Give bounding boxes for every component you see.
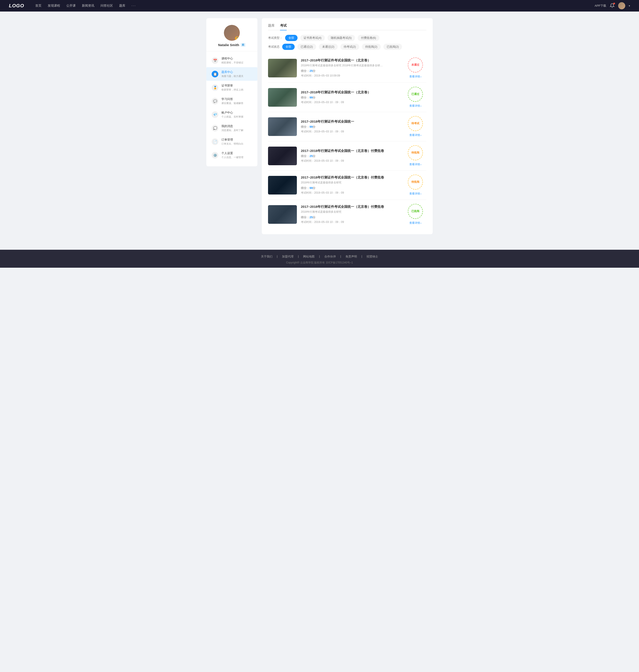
sidebar-item-study-qa[interactable]: 💬 学习问答 课后重温、疑难解答 <box>206 94 258 108</box>
exam-score: 得分：25分 <box>301 154 400 158</box>
status-badge: 已批阅 <box>408 204 423 219</box>
table-row: 2017–2018年行测证件考试全国统一（北京卷） 得分：99分 考试时间：20… <box>268 83 426 112</box>
content-area: 题库 考试 考试类型： 全部 证书类考试(4) 随机抽题考试(5) 付费批卷(6… <box>262 18 433 234</box>
exam-list: 2017–2018年行测证件考试全国统一（北京卷） 2018年行测考试是最值得多… <box>268 53 426 229</box>
exam-status-filter-passed[interactable]: 已通过(2) <box>297 44 316 50</box>
status-badge: 待批阅 <box>408 145 423 160</box>
sidebar-item-question-bank[interactable]: 📋 题库中心 海量习题，助力通关 <box>206 67 258 81</box>
nav-link-more[interactable]: ··· <box>131 4 136 8</box>
exam-status-filter-all[interactable]: 全部 <box>282 44 295 50</box>
sidebar: 🏅 Natalie Smith 图 📅 课程中心 精彩课程，不容错过 📋 题库中… <box>206 18 258 166</box>
exam-right: 已批阅 查看详情 › <box>404 204 426 225</box>
sidebar-item-messages[interactable]: 💭 我的消息 消息通知、及时了解 <box>206 121 258 135</box>
study-qa-icon: 💬 <box>212 98 218 105</box>
user-menu-chevron[interactable]: ▾ <box>629 4 630 7</box>
sidebar-username: Natalie Smith 图 <box>218 43 246 47</box>
exam-score: 得分：99分 <box>301 125 400 129</box>
exam-desc: 2018年行测考试是最值得多去研究 2018年行测考试是最值得多去研究 2018… <box>301 64 385 67</box>
table-row: 2017–2018年行测证件考试全国统一（北京卷）付费批卷 2018年行测考试是… <box>268 171 426 200</box>
exam-status-label: 考试状态 <box>268 45 280 49</box>
exam-score: 得分：25分 <box>301 215 400 219</box>
exam-title: 2017–2018年行测证件考试全国统一（北京卷） <box>301 90 400 95</box>
exam-time: 考试时间：2019–05–03 10:09:09 <box>301 74 400 78</box>
nav-link-qa[interactable]: 问答社区 <box>100 4 113 8</box>
exam-detail-link[interactable]: 查看详情 › <box>409 163 421 166</box>
exam-title: 2017–2018年行测证件考试全国统一 <box>301 119 400 124</box>
status-badge: 未通过 <box>408 58 423 73</box>
exam-detail-link[interactable]: 查看详情 › <box>409 75 421 79</box>
exam-thumbnail <box>268 117 297 136</box>
exam-type-filter-cert[interactable]: 证书类考试(4) <box>300 35 325 41</box>
footer-link-partner[interactable]: 合作伙伴 <box>324 255 336 259</box>
exam-type-filter-paid[interactable]: 付费批卷(6) <box>358 35 379 41</box>
nav-link-news[interactable]: 新闻资讯 <box>82 4 94 8</box>
nav-link-courses[interactable]: 发现课程 <box>48 4 60 8</box>
exam-score: 得分：99分 <box>301 96 400 100</box>
exam-right: 待批阅 查看详情 › <box>404 145 426 166</box>
exam-info: 2017–2018年行测证件考试全国统一（北京卷）付费批卷 2018年行测考试是… <box>301 175 400 195</box>
exam-detail-link[interactable]: 查看详情 › <box>409 133 421 137</box>
navbar: LOGO 首页 发现课程 公开课 新闻资讯 问答社区 题库 ··· APP下载 … <box>0 0 639 12</box>
exam-desc: 2018年行测考试是最值得多去研究 <box>301 210 385 214</box>
exam-detail-link[interactable]: 查看详情 › <box>409 104 421 108</box>
table-row: 2017–2018年行测证件考试全国统一 得分：99分 考试时间：2019–05… <box>268 112 426 141</box>
exam-status-filter-reviewed[interactable]: 已批阅(2) <box>384 44 402 50</box>
footer-link-about[interactable]: 关于我们 <box>261 255 272 259</box>
main-container: 🏅 Natalie Smith 图 📅 课程中心 精彩课程，不容错过 📋 题库中… <box>202 12 437 241</box>
exam-info: 2017–2018年行测证件考试全国统一（北京卷）付费批卷 2018年行测考试是… <box>301 205 400 224</box>
exam-time: 考试时间：2019–05–03 10：09：09 <box>301 100 400 104</box>
exam-type-filter-random[interactable]: 随机抽题考试(5) <box>327 35 355 41</box>
tab-question-bank[interactable]: 题库 <box>268 23 275 30</box>
course-icon: 📅 <box>212 57 218 64</box>
exam-thumbnail <box>268 205 297 224</box>
exam-info: 2017–2018年行测证件考试全国统一（北京卷）付费批卷 得分：25分 考试时… <box>301 149 400 163</box>
chevron-right-icon: › <box>420 75 421 78</box>
exam-status-filter-reviewing[interactable]: 待批阅(2) <box>362 44 381 50</box>
exam-time: 考试时间：2019–05–03 10：09：09 <box>301 159 400 163</box>
footer-link-jobs[interactable]: 招贤纳士 <box>367 255 378 259</box>
sidebar-item-settings[interactable]: ⚙️ 个人设置 个人信息、一键管理 <box>206 148 258 162</box>
content-tabs: 题库 考试 <box>268 23 426 30</box>
exam-type-filter-row: 考试类型： 全部 证书类考试(4) 随机抽题考试(5) 付费批卷(6) <box>268 35 426 41</box>
exam-detail-link[interactable]: 查看详情 › <box>409 192 421 196</box>
exam-score: 得分：99分 <box>301 186 400 190</box>
footer-link-agent[interactable]: 加盟代理 <box>282 255 294 259</box>
table-row: 2017–2018年行测证件考试全国统一（北京卷） 2018年行测考试是最值得多… <box>268 53 426 83</box>
table-row: 2017–2018年行测证件考试全国统一（北京卷）付费批卷 2018年行测考试是… <box>268 200 426 229</box>
logo[interactable]: LOGO <box>9 3 24 9</box>
sidebar-item-certificate[interactable]: 🏅 证书荣誉 收获荣誉，持证上岗 <box>206 81 258 94</box>
exam-status-filter-row: 考试状态 全部 已通过(2) 未通过(2) 待考试(2) 待批阅(2) 已批阅(… <box>268 44 426 50</box>
navbar-links: 首页 发现课程 公开课 新闻资讯 问答社区 题库 ··· <box>35 4 595 8</box>
exam-status-filter-failed[interactable]: 未通过(2) <box>319 44 338 50</box>
notification-bell[interactable] <box>610 3 614 9</box>
user-avatar-nav[interactable] <box>618 2 625 9</box>
notification-dot <box>613 3 615 4</box>
sidebar-avatar: 🏅 <box>224 25 240 41</box>
nav-link-question[interactable]: 题库 <box>119 4 125 8</box>
sidebar-item-orders[interactable]: 📄 订单管理 订单支出、明明白白 <box>206 135 258 148</box>
sidebar-item-course[interactable]: 📅 课程中心 精彩课程，不容错过 <box>206 54 258 67</box>
exam-detail-link[interactable]: 查看详情 › <box>409 221 421 225</box>
chevron-right-icon: › <box>420 105 421 108</box>
exam-type-filter-all[interactable]: 全部 <box>285 35 298 41</box>
status-badge: 已通过 <box>408 87 423 102</box>
exam-title: 2017–2018年行测证件考试全国统一（北京卷）付费批卷 <box>301 175 400 180</box>
tab-exam[interactable]: 考试 <box>280 23 287 30</box>
sidebar-item-account[interactable]: 💎 账户中心 个人权益、实时掌握 <box>206 108 258 121</box>
table-row: 2017–2018年行测证件考试全国统一（北京卷）付费批卷 得分：25分 考试时… <box>268 141 426 171</box>
footer: 关于我们 | 加盟代理 | 网站地图 | 合作伙伴 | 免责声明 | 招贤纳士 … <box>0 250 639 268</box>
nav-link-home[interactable]: 首页 <box>35 4 42 8</box>
exam-thumbnail <box>268 59 297 77</box>
app-download-button[interactable]: APP下载 <box>595 4 606 8</box>
messages-icon: 💭 <box>212 125 218 131</box>
exam-info: 2017–2018年行测证件考试全国统一（北京卷） 2018年行测考试是最值得多… <box>301 58 400 78</box>
nav-link-open[interactable]: 公开课 <box>66 4 76 8</box>
exam-title: 2017–2018年行测证件考试全国统一（北京卷）付费批卷 <box>301 149 400 153</box>
exam-score: 得分：25分 <box>301 69 400 73</box>
settings-icon: ⚙️ <box>212 152 218 159</box>
exam-status-filter-pending[interactable]: 待考试(2) <box>340 44 359 50</box>
exam-right: 未通过 查看详情 › <box>404 58 426 79</box>
footer-link-disclaimer[interactable]: 免责声明 <box>345 255 357 259</box>
avatar-image <box>618 2 625 9</box>
footer-link-sitemap[interactable]: 网站地图 <box>303 255 315 259</box>
